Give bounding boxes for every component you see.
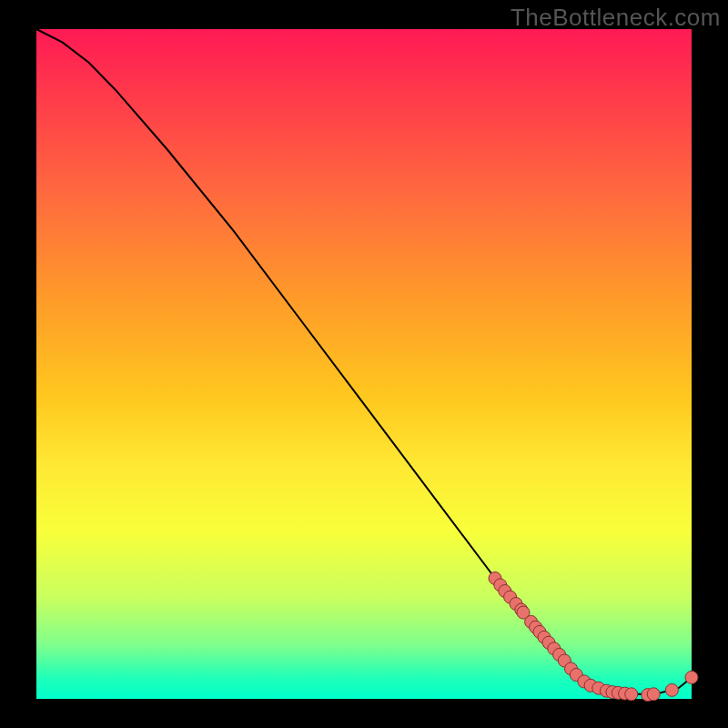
bottleneck-curve-line [36, 29, 692, 695]
watermark-label: TheBottleneck.com [511, 4, 721, 32]
plot-area [36, 29, 692, 699]
chart-frame: TheBottleneck.com [0, 0, 728, 728]
data-marker [665, 683, 678, 696]
data-marker [647, 688, 660, 701]
data-markers-group [489, 572, 698, 702]
chart-overlay [36, 29, 692, 699]
data-marker [685, 671, 698, 683]
data-marker [625, 688, 638, 701]
